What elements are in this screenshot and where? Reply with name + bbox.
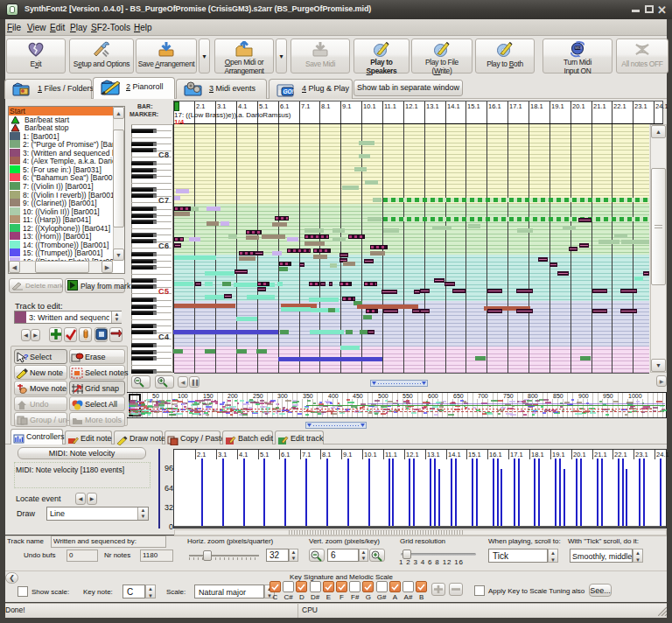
svg-text:GO!: GO! — [284, 88, 295, 94]
svg-text:MIDI: MIDI — [575, 46, 582, 50]
svg-text:?: ? — [24, 353, 29, 361]
